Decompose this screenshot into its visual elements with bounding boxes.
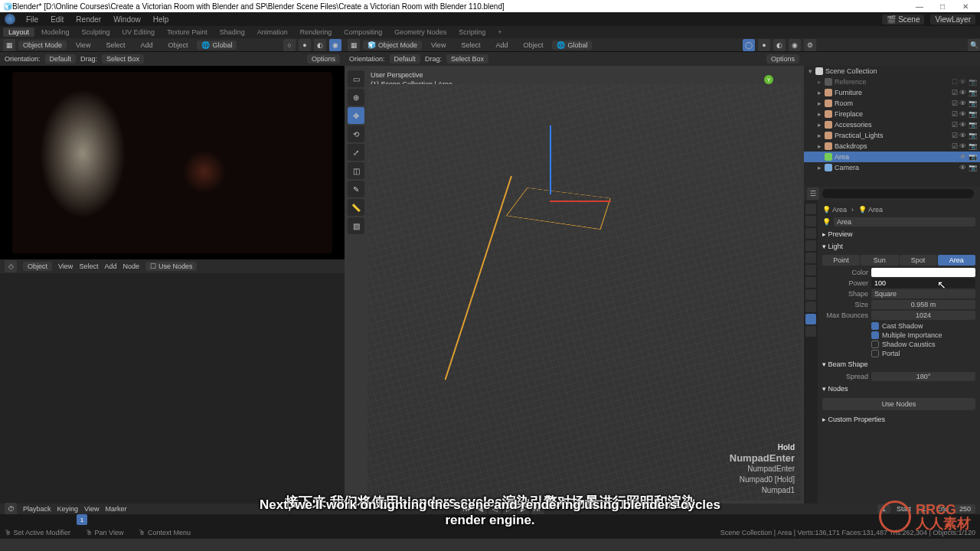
tab-shading[interactable]: Shading (214, 28, 250, 37)
ptab-object[interactable] (805, 265, 816, 276)
main-3d-viewport[interactable]: ▭ ⊕ ✥ ⟲ ⤢ ◫ ✎ 📏 ▧ User Perspective (1) S… (345, 66, 804, 504)
ptab-scene[interactable] (805, 240, 816, 251)
shader-node-editor[interactable] (0, 273, 345, 504)
tool-addcube[interactable]: ▧ (348, 217, 364, 234)
tab-texpaint[interactable]: Texture Paint (162, 28, 213, 37)
vp-left-add[interactable]: Add (134, 40, 158, 51)
tool-annotate[interactable]: ✎ (348, 181, 364, 197)
vp-mid-view[interactable]: View (425, 40, 452, 51)
gizmo-y[interactable]: Y (764, 75, 773, 84)
menu-help[interactable]: Help (147, 14, 175, 25)
use-nodes-toggle[interactable]: ☐ Use Nodes (145, 262, 198, 271)
light-shape-drop[interactable]: Square (871, 289, 975, 298)
crumb-obj[interactable]: 💡 Area (822, 206, 847, 214)
tool-move[interactable]: ✥ (348, 107, 364, 124)
shading-render-mid[interactable]: ◉ (789, 39, 801, 51)
vp-left-view[interactable]: View (70, 40, 96, 51)
props-search[interactable] (822, 189, 974, 198)
outliner-reference[interactable]: Reference (835, 78, 949, 86)
move-gizmo-x[interactable] (550, 201, 611, 202)
lighttype-area[interactable]: Area (938, 255, 975, 266)
menu-render[interactable]: Render (70, 14, 107, 25)
vp-mid-select[interactable]: Select (455, 40, 486, 51)
lighttype-sun[interactable]: Sun (861, 255, 898, 266)
light-power-field[interactable]: 100 (871, 279, 975, 288)
tab-layout[interactable]: Layout (3, 28, 34, 37)
outliner-fireplace[interactable]: Fireplace (835, 110, 949, 118)
props-editor-icon[interactable]: ☲ (807, 187, 819, 200)
editor-type-left[interactable]: ▦ (3, 39, 15, 51)
tl-marker[interactable]: Marker (105, 505, 126, 513)
outliner-furniture[interactable]: Furniture (835, 89, 949, 96)
panel-beam[interactable]: ▾ Beam Shape (822, 358, 975, 370)
tab-sculpting[interactable]: Sculpting (77, 28, 116, 37)
light-color-swatch[interactable] (871, 268, 975, 277)
outliner-practical[interactable]: Practical_Lights (835, 132, 949, 139)
tl-playback[interactable]: Playback (23, 505, 51, 513)
menu-file[interactable]: File (20, 14, 44, 25)
vp-mid-object[interactable]: Object (517, 40, 549, 51)
shading-solid-left[interactable]: ● (299, 39, 311, 51)
tab-scripting[interactable]: Scripting (453, 28, 491, 37)
tab-rendering[interactable]: Rendering (295, 28, 338, 37)
chk-caustics[interactable] (871, 341, 879, 348)
chk-castshadow[interactable] (871, 322, 879, 330)
node-view[interactable]: View (58, 262, 73, 270)
options-l[interactable]: Options (307, 54, 340, 64)
shading-render-left[interactable]: ◉ (329, 39, 341, 51)
ptab-modifier[interactable] (805, 277, 816, 288)
use-nodes-button[interactable]: Use Nodes (822, 398, 975, 410)
node-node[interactable]: Node (122, 262, 139, 270)
outliner-area[interactable]: Area (835, 153, 957, 161)
chk-multiimp[interactable] (871, 331, 879, 339)
tool-select[interactable]: ▭ (348, 70, 364, 87)
tab-modeling[interactable]: Modeling (36, 28, 75, 37)
outliner-camera[interactable]: Camera (835, 164, 957, 171)
shading-wire-left[interactable]: ○ (283, 39, 296, 51)
move-gizmo-z[interactable] (550, 126, 551, 194)
timeline-cursor[interactable]: 1 (77, 514, 87, 525)
drag-drop-m[interactable]: Select Box (446, 54, 488, 64)
light-spread-field[interactable]: 180° (871, 372, 975, 381)
orient-drop-m[interactable]: Default (390, 54, 421, 64)
orient-mid[interactable]: 🌐 Global (552, 41, 592, 50)
node-add[interactable]: Add (104, 262, 116, 270)
tl-view[interactable]: View (84, 505, 99, 513)
orient-drop-l[interactable]: Default (45, 54, 77, 64)
menu-window[interactable]: Window (107, 14, 147, 25)
tool-cursor[interactable]: ⊕ (348, 89, 364, 106)
drag-drop-l[interactable]: Select Box (102, 54, 144, 64)
mode-select-left[interactable]: Object Mode (18, 41, 67, 50)
tl-keying[interactable]: Keying (57, 505, 79, 513)
vp-left-select[interactable]: Select (100, 40, 131, 51)
tab-uv[interactable]: UV Editing (117, 28, 161, 37)
maximize-button[interactable]: □ (931, 0, 954, 12)
scene-selector[interactable]: 🎬 Scene (882, 15, 924, 24)
menu-edit[interactable]: Edit (44, 14, 70, 25)
shading-wire-mid[interactable]: ◯ (743, 39, 755, 51)
ptab-world[interactable] (805, 253, 816, 263)
light-name-field[interactable]: Area (834, 217, 975, 227)
area-light-gizmo[interactable] (506, 187, 611, 230)
editor-type-mid[interactable]: ▦ (348, 39, 360, 51)
outliner[interactable]: ▾Scene Collection ▸Reference☐ 👁 📷 ▸Furni… (804, 66, 980, 187)
lighttype-spot[interactable]: Spot (900, 255, 937, 266)
options-m[interactable]: Options (766, 54, 799, 64)
shading-matprev-left[interactable]: ◐ (314, 39, 326, 51)
ptab-material[interactable] (805, 326, 816, 337)
shader-editor-icon[interactable]: ◇ (5, 260, 17, 272)
minimize-button[interactable]: — (908, 0, 931, 12)
outliner-room[interactable]: Room (835, 99, 949, 107)
vp-left-object[interactable]: Object (162, 40, 194, 51)
viewlayer-selector[interactable]: ViewLayer (930, 15, 975, 24)
node-select[interactable]: Select (79, 262, 98, 270)
tab-compositing[interactable]: Compositing (338, 28, 387, 37)
tool-transform[interactable]: ◫ (348, 162, 364, 179)
close-button[interactable]: ✕ (954, 0, 977, 12)
ptab-output[interactable] (805, 216, 816, 227)
shading-solid-mid[interactable]: ● (758, 39, 770, 51)
chk-portal[interactable] (871, 350, 879, 357)
lighttype-point[interactable]: Point (822, 255, 860, 266)
ptab-constraint[interactable] (805, 302, 816, 312)
outliner-accessories[interactable]: Accessories (835, 121, 949, 129)
